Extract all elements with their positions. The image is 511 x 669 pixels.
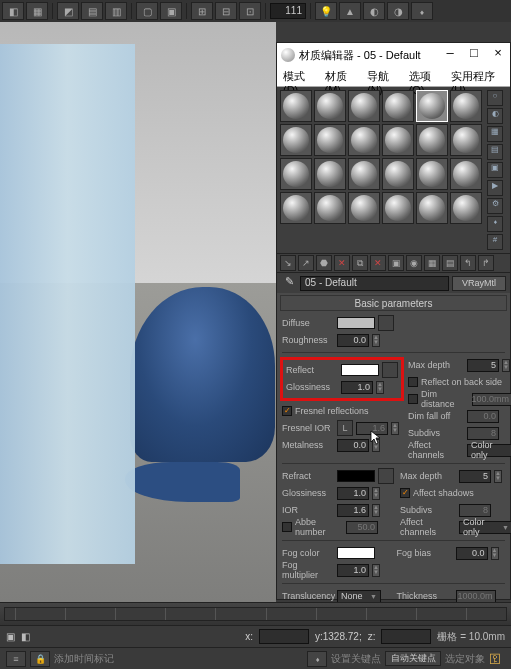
light-icon[interactable]: 💡 xyxy=(315,2,337,20)
material-slot[interactable] xyxy=(314,192,346,224)
material-slot[interactable] xyxy=(416,124,448,156)
diffuse-map-button[interactable] xyxy=(378,315,394,331)
refr-glossiness-spinner[interactable]: 1.0 xyxy=(337,487,369,500)
fog-multiplier-spinner[interactable]: 1.0 xyxy=(337,564,369,577)
show-end-result-button[interactable]: ▤ xyxy=(442,255,458,271)
material-slot[interactable] xyxy=(382,124,414,156)
dim-falloff-spinner[interactable]: 0.0 xyxy=(467,410,499,423)
refr-subdivs-spinner[interactable]: 8 xyxy=(459,504,491,517)
timeline-track[interactable] xyxy=(4,607,507,621)
go-forward-button[interactable]: ↱ xyxy=(478,255,494,271)
toolbar-btn[interactable]: ◑ xyxy=(387,2,409,20)
reflect-color-swatch[interactable] xyxy=(341,364,379,376)
assign-button[interactable]: ⬣ xyxy=(316,255,332,271)
material-slot[interactable] xyxy=(416,192,448,224)
get-material-button[interactable]: ↘ xyxy=(280,255,296,271)
spinner-arrows[interactable]: ▲▼ xyxy=(376,381,384,394)
copy-button[interactable]: ⧉ xyxy=(352,255,368,271)
diffuse-color-swatch[interactable] xyxy=(337,317,375,329)
toolbar-btn[interactable]: ▥ xyxy=(105,2,127,20)
thickness-spinner[interactable]: 1000.0m xyxy=(456,590,496,603)
toolbar-btn[interactable]: ◩ xyxy=(57,2,79,20)
menu-material[interactable]: 材质(M) xyxy=(325,69,360,84)
background-button[interactable]: ▦ xyxy=(487,126,503,142)
refract-color-swatch[interactable] xyxy=(337,470,375,482)
material-slot[interactable] xyxy=(314,158,346,190)
rollup-header[interactable]: Basic parameters xyxy=(280,295,507,311)
toolbar-btn[interactable]: ⊡ xyxy=(239,2,261,20)
spinner-arrows[interactable]: ▲▼ xyxy=(372,504,380,517)
viewport[interactable] xyxy=(0,22,276,602)
subdivs-spinner[interactable]: 8 xyxy=(467,427,499,440)
toolbar-btn[interactable]: ▦ xyxy=(26,2,48,20)
coord-z-input[interactable] xyxy=(381,629,431,644)
maximize-button[interactable]: □ xyxy=(462,45,486,65)
coord-x-input[interactable] xyxy=(259,629,309,644)
video-check-button[interactable]: ▣ xyxy=(487,162,503,178)
toolbar-btn[interactable]: ◐ xyxy=(363,2,385,20)
dim-distance-spinner[interactable]: 100.0mm xyxy=(472,393,511,406)
toolbar-btn[interactable]: ▣ xyxy=(160,2,182,20)
set-key-label[interactable]: 设置关键点 xyxy=(331,652,381,666)
window-titlebar[interactable]: 材质编辑器 - 05 - Default – □ × xyxy=(277,43,510,67)
toolbar-btn[interactable]: ⊟ xyxy=(215,2,237,20)
dim-distance-checkbox[interactable] xyxy=(408,394,418,404)
refl-glossiness-spinner[interactable]: 1.0 xyxy=(341,381,373,394)
add-time-tag-label[interactable]: 添加时间标记 xyxy=(54,652,114,666)
affect-shadows-checkbox[interactable]: ✓ xyxy=(400,488,410,498)
set-key-icon[interactable]: ⬧ xyxy=(307,651,327,667)
material-slot[interactable] xyxy=(382,90,414,122)
menu-options[interactable]: 选项(O) xyxy=(409,69,443,84)
material-slot[interactable] xyxy=(314,124,346,156)
maxscript-button[interactable]: ≡ xyxy=(6,651,26,667)
material-slot[interactable] xyxy=(348,158,380,190)
material-slot[interactable] xyxy=(280,158,312,190)
menu-navigate[interactable]: 导航(N) xyxy=(367,69,401,84)
translucency-dropdown[interactable]: None▼ xyxy=(337,590,381,603)
status-icon[interactable]: ▣ xyxy=(6,631,15,642)
options-button[interactable]: ⚙ xyxy=(487,198,503,214)
fog-bias-spinner[interactable]: 0.0 xyxy=(456,547,488,560)
minimize-button[interactable]: – xyxy=(438,45,462,65)
refr-affect-channels-dropdown[interactable]: Color only▼ xyxy=(459,521,511,534)
toolbar-btn[interactable]: ▲ xyxy=(339,2,361,20)
abbe-checkbox[interactable] xyxy=(282,522,292,532)
material-slot[interactable] xyxy=(348,192,380,224)
lock-button[interactable]: 🔒 xyxy=(30,651,50,667)
toolbar-btn[interactable]: ◧ xyxy=(2,2,24,20)
fog-color-swatch[interactable] xyxy=(337,547,375,559)
spinner-arrows[interactable]: ▲▼ xyxy=(494,470,502,483)
key-icon[interactable]: ⚿ xyxy=(489,652,505,666)
eyedropper-icon[interactable]: ✎ xyxy=(281,275,297,291)
spinner-arrows[interactable]: ▲▼ xyxy=(372,487,380,500)
material-slot[interactable] xyxy=(348,124,380,156)
status-icon[interactable]: ◧ xyxy=(21,631,30,642)
toolbar-btn[interactable]: ▤ xyxy=(81,2,103,20)
spinner-arrows[interactable]: ▲▼ xyxy=(491,547,499,560)
material-slot[interactable] xyxy=(382,192,414,224)
material-slot[interactable] xyxy=(450,192,482,224)
spinner-arrows[interactable]: ▲▼ xyxy=(372,564,380,577)
material-slot[interactable] xyxy=(348,90,380,122)
material-slot[interactable] xyxy=(280,124,312,156)
menu-utilities[interactable]: 实用程序(U) xyxy=(451,69,504,84)
lock-ior-button[interactable]: L xyxy=(337,420,353,436)
toolbar-btn[interactable]: ▢ xyxy=(136,2,158,20)
material-slot[interactable] xyxy=(450,124,482,156)
show-map-button[interactable]: ▦ xyxy=(424,255,440,271)
max-depth-spinner[interactable]: 5 xyxy=(467,359,499,372)
material-slot-selected[interactable] xyxy=(416,90,448,122)
go-parent-button[interactable]: ↰ xyxy=(460,255,476,271)
put-to-scene-button[interactable]: ↗ xyxy=(298,255,314,271)
auto-key-button[interactable]: 自动关键点 xyxy=(385,651,441,666)
timeline[interactable] xyxy=(0,603,511,625)
toolbar-number[interactable]: 111 xyxy=(270,3,306,19)
preview-button[interactable]: ▶ xyxy=(487,180,503,196)
spinner-arrows[interactable]: ▲▼ xyxy=(502,359,510,372)
material-id-button[interactable]: # xyxy=(487,234,503,250)
select-by-material-button[interactable]: ⬧ xyxy=(487,216,503,232)
roughness-spinner[interactable]: 0.0 xyxy=(337,334,369,347)
material-slot[interactable] xyxy=(416,158,448,190)
material-slot[interactable] xyxy=(280,90,312,122)
reflect-backside-checkbox[interactable] xyxy=(408,377,418,387)
